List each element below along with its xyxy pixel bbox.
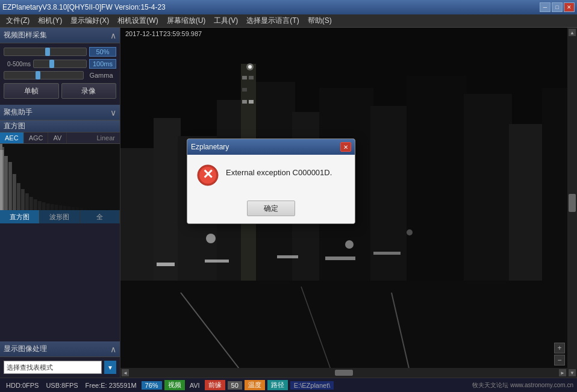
time-slider-row: 0-500ms 100ms xyxy=(4,59,116,69)
record-button[interactable]: 录像 xyxy=(61,83,117,99)
svg-rect-7 xyxy=(30,197,33,210)
time-value: 100ms xyxy=(89,59,116,69)
dialog-ok-button[interactable]: 确定 xyxy=(247,201,295,216)
zoom-in-button[interactable]: + xyxy=(554,343,565,353)
dropdown-arrow-icon[interactable]: ▼ xyxy=(104,361,116,374)
svg-point-49 xyxy=(345,240,354,249)
gamma-row: Gamma xyxy=(4,71,116,79)
histogram-title: 直方图 xyxy=(4,121,25,131)
gamma-slider-track[interactable] xyxy=(4,71,84,79)
video-capture-title: 视频图样采集 xyxy=(4,30,47,40)
tab-histogram[interactable]: 直方图 xyxy=(0,210,40,223)
histogram-svg xyxy=(0,144,120,210)
svg-rect-6 xyxy=(25,193,29,210)
watermark-text: 牧夫天文论坛 www.astronomy.com.cn xyxy=(472,381,573,390)
svg-rect-58 xyxy=(205,260,229,263)
video-label: 视频 xyxy=(164,380,185,390)
focus-header[interactable]: 聚焦助手 ∨ xyxy=(0,105,120,120)
svg-rect-11 xyxy=(46,204,50,210)
h-scroll-handle[interactable] xyxy=(335,370,353,376)
mode-select-row: 选择查找表模式 ▼ xyxy=(4,361,116,374)
svg-rect-16 xyxy=(67,207,70,210)
display-proc-title: 显示图像处理 xyxy=(4,344,47,354)
display-proc-panel: 选择查找表模式 ▼ xyxy=(0,357,120,378)
svg-rect-46 xyxy=(249,100,254,104)
scroll-down-button[interactable]: ▼ xyxy=(569,369,576,376)
tab-av[interactable]: AV xyxy=(48,132,67,143)
svg-rect-21 xyxy=(88,209,92,210)
exposure-slider-row: 50% xyxy=(4,47,116,57)
svg-rect-4 xyxy=(17,183,20,210)
svg-rect-42 xyxy=(242,76,247,79)
time-range-label: 0-500ms xyxy=(4,61,31,67)
focus-title: 聚焦助手 xyxy=(4,107,33,117)
video-capture-collapse-icon[interactable]: ∧ xyxy=(110,31,116,40)
time-slider-thumb[interactable] xyxy=(49,60,54,68)
bottom-scrollbar: ◄ ► xyxy=(120,368,567,378)
menu-language[interactable]: 选择显示语言(T) xyxy=(243,14,302,27)
menu-zoom[interactable]: 屏幕缩放(U) xyxy=(163,14,210,27)
svg-rect-27 xyxy=(2,147,4,210)
dialog-close-button[interactable]: ✕ xyxy=(340,142,351,152)
mode-select-display[interactable]: 选择查找表模式 xyxy=(4,361,102,374)
scroll-left-button[interactable]: ◄ xyxy=(122,369,129,376)
percent-bar: 76% xyxy=(142,381,162,390)
zoom-controls: + − xyxy=(554,343,565,366)
path-label: 路径 xyxy=(267,380,288,390)
histogram-section: AEC AGC AV Linear xyxy=(0,132,120,341)
exposure-slider-track[interactable] xyxy=(4,48,87,56)
video-capture-header[interactable]: 视频图样采集 ∧ xyxy=(0,28,120,43)
hdd-fps: HDD:0FPS xyxy=(4,382,41,389)
svg-rect-43 xyxy=(249,76,254,79)
dialog-titlebar: Ezplanetary ✕ xyxy=(187,139,355,155)
svg-text:✕: ✕ xyxy=(202,167,213,182)
titlebar: EZPlanetaryV3.8.10[QHY5II-0]FW Version:1… xyxy=(0,0,577,14)
svg-rect-9 xyxy=(38,201,42,210)
temp-label: 温度 xyxy=(245,380,265,390)
focus-collapse-icon[interactable]: ∨ xyxy=(110,108,116,117)
minimize-button[interactable]: ─ xyxy=(540,2,550,12)
menu-help[interactable]: 帮助(S) xyxy=(304,14,335,27)
svg-rect-3 xyxy=(13,174,16,210)
svg-rect-15 xyxy=(63,206,66,210)
histogram-canvas xyxy=(0,144,120,210)
svg-rect-12 xyxy=(51,204,54,210)
tab-aec[interactable]: AEC xyxy=(0,132,24,143)
scroll-handle[interactable] xyxy=(569,194,576,212)
format-label: AVI xyxy=(187,382,202,389)
tab-agc[interactable]: AGC xyxy=(24,132,49,143)
svg-rect-19 xyxy=(80,208,83,210)
zoom-out-button[interactable]: − xyxy=(554,355,565,366)
close-button[interactable]: ✕ xyxy=(564,2,575,12)
svg-rect-59 xyxy=(277,255,298,258)
svg-rect-17 xyxy=(71,207,75,210)
menu-file[interactable]: 文件(Z) xyxy=(2,14,33,27)
num1-label: 50 xyxy=(228,381,242,390)
svg-rect-24 xyxy=(101,210,104,210)
menu-camera[interactable]: 相机(Y) xyxy=(34,14,66,27)
statusbar: HDD:0FPS USB:8FPS Free:E: 235591M 76% 视频… xyxy=(0,378,577,392)
exposure-value: 50% xyxy=(89,47,116,57)
scroll-up-button[interactable]: ▲ xyxy=(569,29,576,36)
single-frame-button[interactable]: 单帧 xyxy=(4,83,59,99)
error-icon: ✕ xyxy=(197,164,219,186)
exposure-slider-thumb[interactable] xyxy=(45,48,50,56)
menu-camera-settings[interactable]: 相机设置(W) xyxy=(114,14,161,27)
time-slider-track[interactable] xyxy=(33,60,87,68)
dialog-content: ✕ External exception C000001D. xyxy=(187,155,355,196)
tab-linear[interactable]: Linear xyxy=(92,132,120,143)
free-space: Free:E: 235591M xyxy=(83,382,139,389)
gamma-slider-thumb[interactable] xyxy=(36,71,40,79)
display-proc-header[interactable]: 显示图像处理 ∧ xyxy=(0,341,120,357)
display-proc-collapse-icon[interactable]: ∧ xyxy=(110,344,116,354)
svg-rect-51 xyxy=(120,281,577,378)
tab-full[interactable]: 全 xyxy=(80,210,120,223)
menubar: 文件(Z) 相机(Y) 显示编好(X) 相机设置(W) 屏幕缩放(U) 工具(V… xyxy=(0,14,577,28)
menu-display[interactable]: 显示编好(X) xyxy=(67,14,113,27)
svg-rect-57 xyxy=(157,263,175,266)
menu-tools[interactable]: 工具(V) xyxy=(210,14,242,27)
app-title: EZPlanetaryV3.8.10[QHY5II-0]FW Version:1… xyxy=(2,3,166,11)
scroll-right-button[interactable]: ► xyxy=(559,369,566,376)
maximize-button[interactable]: □ xyxy=(552,2,563,12)
tab-waveform[interactable]: 波形图 xyxy=(40,210,80,223)
